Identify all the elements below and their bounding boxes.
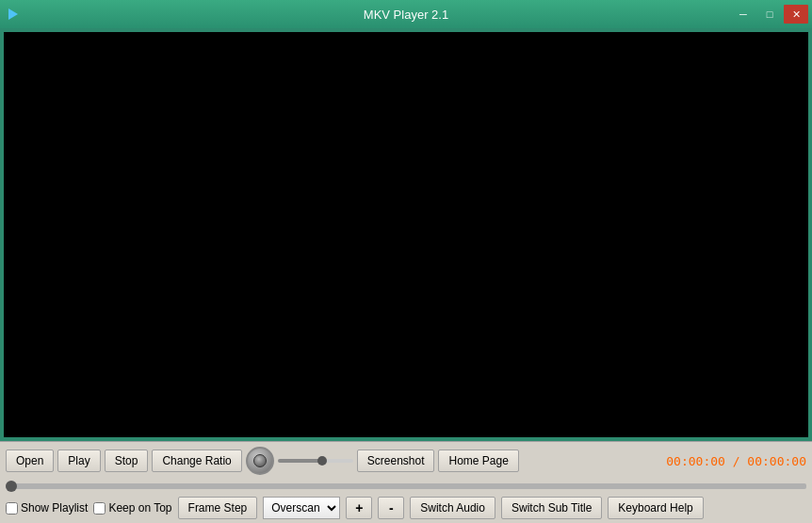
- minus-button[interactable]: -: [378, 497, 404, 519]
- play-button[interactable]: Play: [57, 449, 100, 472]
- restore-button[interactable]: □: [757, 5, 782, 24]
- keep-on-top-checkbox-label[interactable]: Keep on Top: [93, 501, 171, 515]
- volume-slider[interactable]: [278, 459, 353, 463]
- plus-button[interactable]: +: [346, 497, 372, 519]
- minimize-button[interactable]: ─: [731, 5, 755, 24]
- video-display: [4, 32, 808, 437]
- show-playlist-checkbox[interactable]: [6, 502, 18, 515]
- seek-bar[interactable]: [6, 483, 806, 489]
- volume-knob[interactable]: [246, 447, 274, 475]
- controls-panel: Open Play Stop Change Ratio Screenshot H…: [0, 441, 812, 523]
- switch-audio-button[interactable]: Switch Audio: [410, 497, 495, 519]
- seek-row: [6, 479, 806, 492]
- show-playlist-label: Show Playlist: [21, 501, 88, 515]
- keep-on-top-checkbox[interactable]: [93, 502, 106, 515]
- frame-step-button[interactable]: Frame Step: [178, 497, 258, 519]
- app-icon: [4, 5, 23, 24]
- home-page-button[interactable]: Home Page: [438, 449, 518, 472]
- time-display: 00:00:00 / 00:00:00: [666, 454, 806, 468]
- show-playlist-checkbox-label[interactable]: Show Playlist: [6, 501, 88, 515]
- switch-sub-title-button[interactable]: Switch Sub Title: [501, 497, 602, 519]
- controls-row-1: Open Play Stop Change Ratio Screenshot H…: [6, 447, 806, 475]
- titlebar: MKV Player 2.1 ─ □ ✕: [0, 0, 812, 28]
- window-title: MKV Player 2.1: [364, 8, 448, 22]
- change-ratio-button[interactable]: Change Ratio: [152, 449, 241, 472]
- window-controls: ─ □ ✕: [731, 5, 808, 24]
- controls-row-2: Show Playlist Keep on Top Frame Step Ove…: [6, 497, 806, 519]
- close-button[interactable]: ✕: [784, 5, 808, 24]
- keyboard-help-button[interactable]: Keyboard Help: [608, 497, 703, 519]
- open-button[interactable]: Open: [6, 449, 54, 472]
- screenshot-button[interactable]: Screenshot: [357, 449, 435, 472]
- keep-on-top-label: Keep on Top: [108, 501, 171, 515]
- svg-marker-0: [8, 8, 18, 20]
- stop-button[interactable]: Stop: [105, 449, 149, 472]
- overscan-select[interactable]: Overscan: [263, 497, 340, 519]
